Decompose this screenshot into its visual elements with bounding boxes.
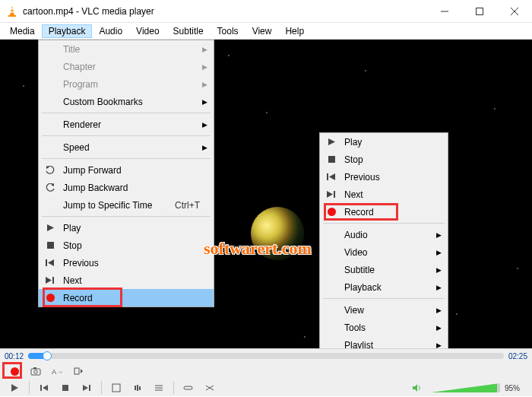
menu-tools[interactable]: Tools <box>211 24 245 38</box>
playback-menu-item-record[interactable]: Record <box>39 289 214 306</box>
seek-bar[interactable] <box>28 353 504 359</box>
context-menu-item-record[interactable]: Record <box>320 203 448 221</box>
record-button[interactable] <box>5 364 24 379</box>
shuffle-button[interactable] <box>200 380 220 395</box>
submenu-arrow-icon: ▶ <box>202 144 207 151</box>
playback-menu-item-custom-bookmarks[interactable]: Custom Bookmarks▶ <box>39 93 214 110</box>
context-menu-item-stop[interactable]: Stop <box>320 151 448 168</box>
svg-rect-2 <box>11 8 14 10</box>
menu-item-label: Chapter <box>63 62 96 72</box>
playlist-button[interactable] <box>149 380 169 395</box>
time-elapsed[interactable]: 00:12 <box>5 352 24 360</box>
svg-rect-29 <box>40 385 42 391</box>
window-controls <box>427 0 532 23</box>
svg-marker-14 <box>46 277 52 284</box>
menu-subtitle[interactable]: Subtitle <box>166 24 211 38</box>
menu-item-label: Record <box>63 293 93 303</box>
context-menu-item-tools[interactable]: Tools▶ <box>320 319 448 336</box>
svg-marker-41 <box>413 384 417 392</box>
menu-item-shortcut: Ctrl+T <box>175 200 200 211</box>
svg-rect-35 <box>135 386 136 390</box>
stop-button[interactable] <box>55 380 75 395</box>
menu-item-label: Speed <box>63 142 90 153</box>
play-button[interactable] <box>5 380 24 395</box>
menu-view[interactable]: View <box>245 24 279 38</box>
submenu-arrow-icon: ▶ <box>202 46 207 53</box>
menu-help[interactable]: Help <box>278 24 311 38</box>
submenu-arrow-icon: ▶ <box>436 341 442 349</box>
playback-menu-item-jump-forward[interactable]: Jump Forward <box>39 161 214 179</box>
menu-item-label: Jump to Specific Time <box>63 200 152 211</box>
menu-media[interactable]: Media <box>3 24 42 38</box>
menu-item-label: Stop <box>63 240 82 251</box>
context-menu-separator <box>323 298 445 299</box>
next-icon <box>325 190 338 198</box>
frame-step-button[interactable] <box>68 364 88 379</box>
context-menu-item-playlist[interactable]: Playlist▶ <box>320 336 448 348</box>
next-button[interactable] <box>77 380 97 395</box>
menu-item-label: Program <box>63 79 98 90</box>
menu-audio[interactable]: Audio <box>92 24 129 38</box>
svg-marker-27 <box>81 369 83 373</box>
submenu-arrow-icon: ▶ <box>202 98 207 106</box>
playback-menu-separator <box>42 135 211 136</box>
playback-menu-item-stop[interactable]: Stop <box>39 237 214 254</box>
svg-rect-11 <box>47 242 54 249</box>
context-menu-item-play[interactable]: Play <box>320 133 448 151</box>
context-menu-item-video[interactable]: Video▶ <box>320 243 448 261</box>
volume-percent: 95% <box>505 384 527 392</box>
playback-menu-item-title: Title▶ <box>39 40 214 58</box>
time-total[interactable]: 02:25 <box>508 352 527 360</box>
video-area[interactable]: Title▶Chapter▶Program▶Custom Bookmarks▶R… <box>0 40 532 348</box>
playback-menu-item-jump-backward[interactable]: Jump Backward <box>39 179 214 196</box>
record-icon <box>325 208 338 216</box>
menu-item-label: Previous <box>344 172 380 183</box>
context-menu-item-subtitle[interactable]: Subtitle▶ <box>320 261 448 278</box>
context-menu-item-playback[interactable]: Playback▶ <box>320 278 448 296</box>
svg-marker-13 <box>48 259 54 266</box>
playback-menu-item-speed[interactable]: Speed▶ <box>39 138 214 156</box>
volume-slider[interactable] <box>432 383 500 392</box>
menu-item-label: Playback <box>344 282 382 293</box>
mute-button[interactable] <box>407 380 427 395</box>
menu-playback[interactable]: Playback <box>42 24 93 38</box>
svg-marker-10 <box>47 224 54 231</box>
snapshot-button[interactable] <box>26 364 46 379</box>
playback-menu-separator <box>42 216 211 217</box>
playback-menu-item-jump-to-specific-time[interactable]: Jump to Specific TimeCtrl+T <box>39 196 214 214</box>
minimize-button[interactable] <box>427 0 462 23</box>
svg-marker-30 <box>43 385 48 391</box>
menu-item-label: Audio <box>344 230 368 240</box>
record-icon <box>43 294 57 302</box>
svg-rect-18 <box>327 173 328 180</box>
close-button[interactable] <box>497 0 532 23</box>
fullscreen-button[interactable] <box>106 380 126 395</box>
loop-ab-button[interactable]: A→B <box>47 364 67 379</box>
titlebar: cartoon.mp4 - VLC media player <box>0 0 532 23</box>
playback-menu-item-next[interactable]: Next <box>39 272 214 289</box>
menu-video[interactable]: Video <box>129 24 166 38</box>
svg-marker-0 <box>10 6 14 15</box>
window-title: cartoon.mp4 - VLC media player <box>23 6 154 17</box>
submenu-arrow-icon: ▶ <box>202 81 207 88</box>
playback-menu-item-renderer[interactable]: Renderer▶ <box>39 116 214 133</box>
playback-menu-item-previous[interactable]: Previous <box>39 254 214 272</box>
maximize-button[interactable] <box>462 0 497 23</box>
context-menu-item-next[interactable]: Next <box>320 186 448 203</box>
context-menu-item-view[interactable]: View▶ <box>320 301 448 319</box>
jump-fwd-icon <box>43 166 57 174</box>
context-menu-item-previous[interactable]: Previous <box>320 168 448 186</box>
watermark: softwarert.com <box>204 239 312 259</box>
svg-rect-37 <box>139 386 141 390</box>
context-menu-item-audio[interactable]: Audio▶ <box>320 226 448 243</box>
menu-item-label: Subtitle <box>344 265 375 275</box>
svg-marker-28 <box>11 384 18 392</box>
loop-button[interactable] <box>179 380 198 395</box>
playback-menu-item-play[interactable]: Play <box>39 219 214 237</box>
svg-rect-5 <box>477 8 483 14</box>
submenu-arrow-icon: ▶ <box>436 306 442 314</box>
ext-settings-button[interactable] <box>128 380 147 395</box>
volume-area: 95% <box>407 380 527 395</box>
prev-button[interactable] <box>34 380 54 395</box>
playback-menu-separator <box>42 158 211 159</box>
